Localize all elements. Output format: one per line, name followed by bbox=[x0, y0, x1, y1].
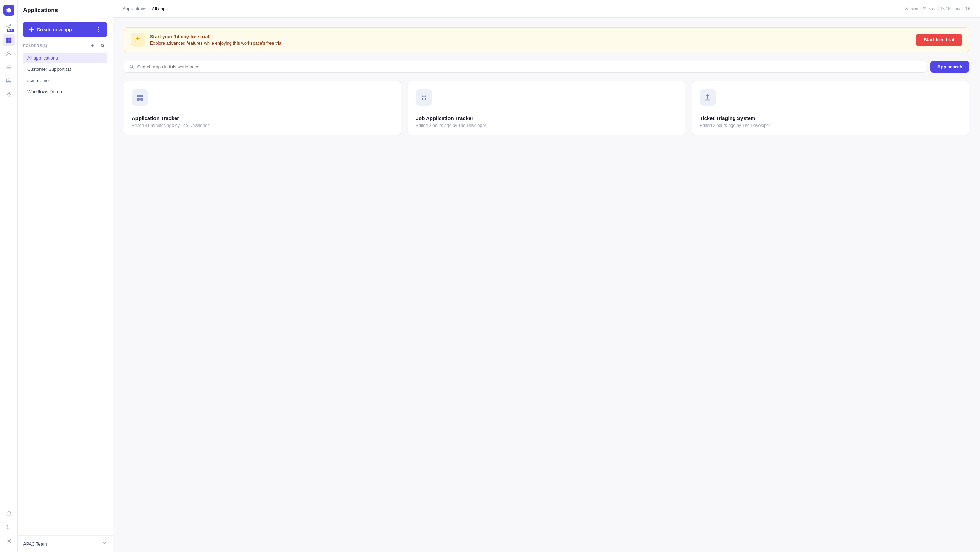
svg-point-16 bbox=[422, 95, 423, 97]
folders-label: FOLDERS(3) bbox=[23, 44, 47, 48]
create-btn-more-icon: ⋮ bbox=[95, 26, 102, 33]
sparkle-icon bbox=[134, 36, 142, 44]
svg-point-18 bbox=[422, 98, 423, 100]
search-folders-button[interactable] bbox=[98, 41, 107, 50]
svg-rect-1 bbox=[9, 38, 11, 40]
app-name: Ticket Triaging System bbox=[700, 115, 961, 121]
search-small-icon bbox=[100, 43, 105, 48]
topbar: Applications › All apps Version 2.32.5-e… bbox=[113, 0, 980, 18]
trial-icon bbox=[131, 33, 145, 47]
apps-grid: Application Tracker Edited 41 minutes ag… bbox=[124, 81, 969, 135]
add-folder-button[interactable] bbox=[88, 41, 97, 50]
breadcrumb: Applications › All apps bbox=[123, 6, 168, 11]
content-area: Start your 14-day free trial! Explore ad… bbox=[113, 18, 980, 144]
svg-rect-0 bbox=[6, 38, 8, 40]
main-content: Applications › All apps Version 2.32.5-e… bbox=[113, 0, 980, 552]
dots-app-icon bbox=[420, 94, 428, 102]
svg-point-4 bbox=[8, 52, 10, 54]
users-nav-icon[interactable] bbox=[3, 48, 15, 60]
app-icon-grid bbox=[132, 89, 148, 106]
svg-rect-2 bbox=[6, 40, 8, 43]
gear-icon bbox=[6, 538, 12, 544]
app-icon-upload bbox=[700, 89, 716, 106]
search-input[interactable] bbox=[137, 64, 921, 70]
app-meta: Edited 2 hours ago by The Developer bbox=[700, 123, 961, 128]
svg-rect-14 bbox=[137, 98, 140, 101]
search-icon bbox=[129, 64, 134, 70]
svg-rect-12 bbox=[137, 95, 140, 97]
search-row: App search bbox=[124, 60, 969, 73]
version-text: Version 2.32.5-ee2.15.16-cloud2.3.6 bbox=[905, 6, 970, 11]
bolt-icon bbox=[6, 92, 12, 98]
create-new-app-button[interactable]: Create new app ⋮ bbox=[23, 22, 107, 37]
grid-icon bbox=[6, 37, 12, 43]
trial-banner-title: Start your 14-day free trial! bbox=[150, 34, 911, 40]
sidebar-item-scm-demo[interactable]: scm-demo bbox=[23, 75, 107, 86]
app-search-button[interactable]: App search bbox=[930, 61, 969, 73]
moon-icon bbox=[6, 525, 12, 531]
breadcrumb-separator: › bbox=[148, 6, 150, 11]
bell-nav-icon[interactable] bbox=[3, 508, 15, 520]
plus-small-icon bbox=[90, 43, 95, 48]
chevron-down-icon bbox=[102, 541, 107, 547]
app-card-job-application-tracker[interactable]: Job Application Tracker Edited 2 hours a… bbox=[408, 81, 685, 135]
app-name: Application Tracker bbox=[132, 115, 393, 121]
svg-point-9 bbox=[8, 541, 10, 542]
sidebar: Applications Create new app ⋮ FOLDERS(3) bbox=[18, 0, 113, 552]
gear-nav-icon[interactable] bbox=[3, 535, 15, 547]
icon-rail: Beta bbox=[0, 0, 18, 552]
bell-icon bbox=[6, 511, 12, 517]
svg-point-17 bbox=[424, 95, 426, 97]
grid-app-icon bbox=[136, 94, 144, 102]
sidebar-item-workflows-demo[interactable]: Workflows Demo bbox=[23, 86, 107, 97]
svg-rect-15 bbox=[140, 98, 143, 101]
trial-banner-description: Explore advanced features while enjoying… bbox=[150, 40, 911, 46]
svg-rect-3 bbox=[9, 40, 11, 43]
trial-banner: Start your 14-day free trial! Explore ad… bbox=[124, 27, 969, 52]
user-icon bbox=[6, 51, 12, 57]
search-input-wrap bbox=[124, 60, 926, 73]
svg-point-19 bbox=[424, 98, 426, 100]
svg-rect-13 bbox=[140, 95, 143, 97]
logo-icon bbox=[6, 7, 12, 13]
beta-badge: Beta bbox=[7, 29, 14, 32]
start-free-trial-button[interactable]: Start free trial bbox=[916, 34, 962, 46]
team-name: APAC Team bbox=[23, 541, 47, 547]
svg-rect-20 bbox=[705, 99, 711, 101]
integrations-nav-icon[interactable] bbox=[3, 89, 15, 101]
breadcrumb-current: All apps bbox=[152, 6, 167, 11]
breadcrumb-root[interactable]: Applications bbox=[123, 6, 146, 11]
sidebar-actions: Create new app ⋮ bbox=[18, 18, 113, 41]
logo[interactable] bbox=[3, 5, 14, 16]
list-icon bbox=[6, 64, 12, 70]
sidebar-item-customer-support[interactable]: Customer Support (1) bbox=[23, 64, 107, 75]
app-meta: Edited 2 hours ago by The Developer bbox=[416, 123, 678, 128]
app-name: Job Application Tracker bbox=[416, 115, 678, 121]
app-icon-dots bbox=[416, 89, 432, 106]
moon-nav-icon[interactable] bbox=[3, 521, 15, 534]
database-nav-icon[interactable] bbox=[3, 75, 15, 87]
apps-nav-icon[interactable]: Beta bbox=[3, 21, 15, 33]
list-nav-icon[interactable] bbox=[3, 61, 15, 73]
app-card-application-tracker[interactable]: Application Tracker Edited 41 minutes ag… bbox=[124, 81, 401, 135]
app-meta: Edited 41 minutes ago by The Developer bbox=[132, 123, 393, 128]
upload-app-icon bbox=[704, 94, 712, 102]
app-card-ticket-triaging[interactable]: Ticket Triaging System Edited 2 hours ag… bbox=[692, 81, 969, 135]
folders-section: FOLDERS(3) All applications Custom bbox=[18, 41, 113, 98]
svg-point-8 bbox=[6, 79, 11, 80]
grid-nav-icon[interactable] bbox=[3, 34, 15, 46]
sidebar-item-all-applications[interactable]: All applications bbox=[23, 53, 107, 63]
plus-icon bbox=[29, 27, 34, 32]
sidebar-title: Applications bbox=[18, 0, 113, 18]
team-selector[interactable]: APAC Team bbox=[18, 535, 113, 552]
database-icon bbox=[6, 78, 12, 84]
